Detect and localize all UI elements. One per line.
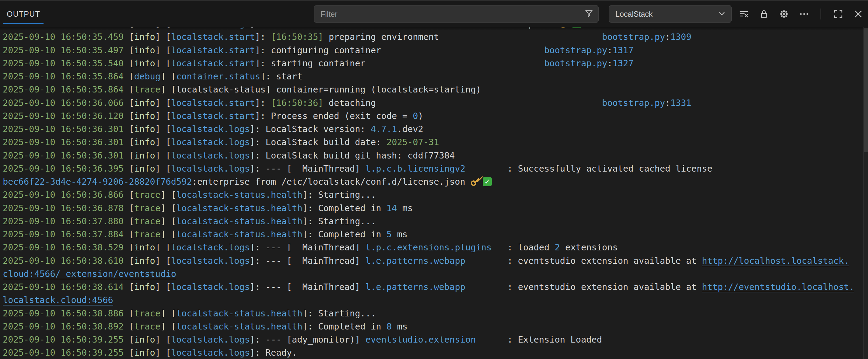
- log-line: 2025-09-10 16:50:36.395 [info] [localsta…: [0, 162, 868, 175]
- log-text: trace: [134, 203, 160, 213]
- log-text: info: [134, 111, 155, 121]
- log-text: bec66f22-3d4e-4274-9206-28820f76d592: [308, 27, 497, 29]
- log-text: localstack.logs: [171, 348, 250, 358]
- log-text: ]: license: [250, 27, 308, 29]
- log-text: 2025-09-10 16:50:36.301: [3, 137, 129, 147]
- log-link[interactable]: http://eventstudio.localhost.: [702, 282, 854, 292]
- chevron-down-icon: [717, 9, 726, 19]
- filter-funnel-icon[interactable]: [584, 8, 594, 20]
- log-text: [: [129, 203, 134, 213]
- log-text: 5: [386, 229, 392, 239]
- log-text: bootstrap.py: [602, 98, 665, 108]
- log-text: l.p.c.extensions.plugins: [366, 242, 492, 253]
- log-text: .dev2: [397, 124, 423, 134]
- log-text: [: [129, 111, 134, 121]
- log-link[interactable]: cloud:4566/_extension/eventstudio: [3, 269, 176, 279]
- log-text: 2025-09-10 16:50:36.878: [3, 203, 129, 213]
- log-text: ]:: [255, 45, 271, 55]
- more-actions-button[interactable]: [797, 7, 811, 21]
- log-text: [: [129, 321, 134, 332]
- log-link[interactable]: localstack.cloud:4566: [3, 295, 113, 305]
- log-line: 2025-09-10 16:50:35.416 [info] [localsta…: [0, 27, 868, 30]
- log-text: ] [: [155, 111, 171, 121]
- log-text: ] [: [155, 242, 171, 253]
- log-text: info: [134, 334, 155, 345]
- log-text: ] [: [155, 32, 171, 42]
- log-text: trace: [134, 216, 160, 226]
- log-text: 1327: [613, 58, 634, 68]
- log-text: [: [129, 84, 134, 95]
- log-text: [: [129, 27, 134, 29]
- log-line: 2025-09-10 16:50:39.255 [info] [localsta…: [0, 346, 868, 359]
- gear-icon-button[interactable]: [777, 7, 791, 21]
- log-text: ] [: [155, 45, 171, 55]
- scrollbar-thumb[interactable]: [864, 28, 868, 152]
- log-text: [376, 98, 602, 108]
- log-text: info: [134, 256, 155, 266]
- log-text: [: [129, 150, 134, 161]
- log-line: 2025-09-10 16:50:35.540 [info] [localsta…: [0, 57, 868, 70]
- log-text: :: [665, 32, 670, 42]
- log-text: 2025-07-31: [386, 137, 439, 147]
- log-text: [: [129, 124, 134, 134]
- log-text: [: [129, 242, 134, 253]
- log-line: 2025-09-10 16:50:38.614 [info] [localsta…: [0, 281, 868, 294]
- log-text: [: [129, 216, 134, 226]
- log-text: ]: --- [ MainThread]: [250, 163, 366, 174]
- log-line: 2025-09-10 16:50:37.884 [trace] [localst…: [0, 228, 868, 241]
- log-text: ]: start: [260, 71, 302, 81]
- maximize-panel-button[interactable]: [832, 7, 845, 21]
- log-text: ] [: [155, 282, 171, 292]
- log-text: bootstrap.py: [602, 32, 665, 42]
- log-text: l.e.patterns.webapp: [366, 256, 465, 266]
- check-icon: [572, 27, 581, 28]
- log-text: [16:50:36]: [271, 98, 323, 108]
- log-text: info: [134, 282, 155, 292]
- log-line: 2025-09-10 16:50:36.301 [info] [localsta…: [0, 149, 868, 162]
- log-link[interactable]: http://localhost.localstack.: [702, 256, 849, 266]
- log-text: ] [: [155, 58, 171, 68]
- log-line: cloud:4566/_extension/eventstudio: [0, 267, 868, 281]
- log-text: extensions: [560, 242, 618, 253]
- log-line: 2025-09-10 16:50:35.459 [info] [localsta…: [0, 30, 868, 43]
- log-text: localstack.logs: [171, 150, 250, 161]
- log-text: ms: [397, 203, 413, 213]
- filter-input[interactable]: [320, 9, 584, 19]
- log-text: trace: [134, 229, 160, 239]
- log-text: ]:: [255, 98, 271, 108]
- panel-header: OUTPUT LocalStack: [0, 1, 868, 27]
- log-text: ]: --- [ MainThread]: [250, 282, 366, 292]
- log-text: :: [607, 45, 612, 55]
- tab-output[interactable]: OUTPUT: [5, 1, 41, 27]
- vertical-scrollbar[interactable]: [863, 27, 868, 359]
- log-text: ] [: [155, 137, 171, 147]
- log-text: info: [134, 32, 155, 42]
- log-text: ] [: [160, 321, 176, 332]
- clear-output-button[interactable]: [737, 7, 750, 21]
- log-text: :: [665, 98, 670, 108]
- log-text: info: [134, 58, 155, 68]
- log-text: [439, 32, 602, 42]
- log-text: ]: LocalStack build date:: [250, 137, 386, 147]
- channel-select-value: LocalStack: [615, 10, 653, 19]
- close-panel-button[interactable]: [851, 7, 865, 21]
- log-text: 2025-09-10 16:50:35.459: [3, 32, 129, 42]
- log-text: ] [: [160, 71, 176, 81]
- log-text: ]: Ready.: [250, 348, 297, 358]
- log-line: 2025-09-10 16:50:36.878 [trace] [localst…: [0, 202, 868, 215]
- lock-scrolling-button[interactable]: [757, 7, 771, 21]
- log-view[interactable]: 2025-09-10 16:50:35.416 [info] [localsta…: [0, 27, 868, 359]
- log-text: 2025-09-10 16:50:37.884: [3, 229, 129, 239]
- log-text: [366, 58, 544, 68]
- log-text: ): [418, 111, 423, 121]
- log-text: bootstrap.py: [544, 58, 607, 68]
- log-text: 2025-09-10 16:50:38.892: [3, 321, 129, 332]
- log-line: 2025-09-10 16:50:35.864 [trace] [localst…: [0, 83, 868, 96]
- log-text: container.status: [176, 71, 260, 81]
- log-text: localstack.logs: [171, 124, 250, 134]
- log-text: localstack.start: [171, 58, 255, 68]
- log-text: trace: [134, 84, 160, 95]
- channel-select[interactable]: LocalStack: [609, 5, 732, 23]
- log-text: 2025-09-10 16:50:35.416: [3, 27, 129, 29]
- log-text: ms: [392, 321, 407, 332]
